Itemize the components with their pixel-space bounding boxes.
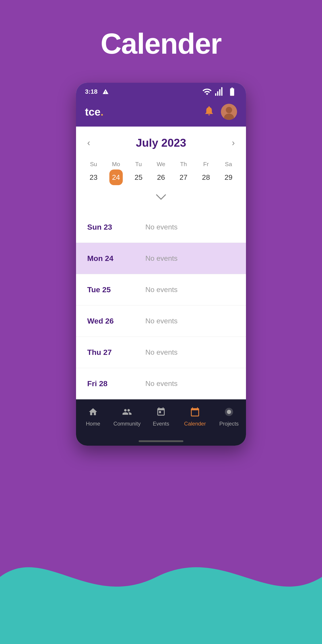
nav-item-events[interactable]: Events bbox=[144, 404, 178, 430]
notification-bell-icon[interactable] bbox=[204, 105, 215, 118]
status-icons bbox=[202, 87, 237, 96]
home-nav-icon bbox=[88, 407, 98, 419]
event-row[interactable]: Wed 26No events bbox=[76, 306, 246, 337]
chevron-down-icon bbox=[156, 194, 166, 200]
signal-icon bbox=[215, 87, 224, 96]
event-row[interactable]: Tue 25No events bbox=[76, 274, 246, 306]
prev-month-button[interactable]: ‹ bbox=[83, 136, 94, 150]
app-header: tce. bbox=[76, 99, 246, 126]
svg-rect-2 bbox=[219, 89, 220, 96]
home-indicator bbox=[76, 437, 246, 446]
day-cell-27[interactable]: Th27 bbox=[173, 159, 194, 187]
event-date: Sun 23 bbox=[87, 223, 145, 232]
nav-label-events: Events bbox=[153, 420, 169, 427]
svg-point-5 bbox=[226, 107, 232, 113]
month-nav: ‹ July 2023 › bbox=[83, 136, 239, 150]
status-bar: 3:18 bbox=[76, 83, 246, 99]
status-time: 3:18 bbox=[85, 88, 109, 95]
calendar-container: ‹ July 2023 › Su23Mo24Tu25We26Th27Fr28Sa… bbox=[76, 126, 246, 212]
app-logo: tce. bbox=[85, 106, 104, 118]
svg-rect-0 bbox=[215, 93, 216, 96]
day-cell-23[interactable]: Su23 bbox=[83, 159, 104, 187]
avatar[interactable] bbox=[221, 104, 237, 120]
nav-item-projects[interactable]: Projects bbox=[212, 404, 246, 430]
day-number: 26 bbox=[154, 170, 168, 185]
page-title: Calender bbox=[100, 27, 222, 60]
events-nav-icon bbox=[156, 407, 166, 419]
projects-nav-icon bbox=[224, 407, 234, 419]
event-row[interactable]: Fri 28No events bbox=[76, 368, 246, 399]
day-label: Su bbox=[90, 161, 97, 168]
day-number: 25 bbox=[132, 170, 145, 185]
svg-rect-1 bbox=[217, 91, 218, 96]
day-number: 28 bbox=[199, 170, 213, 185]
svg-rect-3 bbox=[221, 87, 222, 96]
phone-mockup: 3:18 tce bbox=[76, 83, 246, 446]
day-cell-24[interactable]: Mo24 bbox=[105, 159, 127, 187]
nav-label-community: Community bbox=[113, 420, 140, 427]
event-no-events-text: No events bbox=[145, 286, 178, 294]
calender-nav-icon bbox=[190, 407, 200, 419]
battery-icon bbox=[227, 87, 237, 96]
day-cell-26[interactable]: We26 bbox=[150, 159, 172, 187]
event-no-events-text: No events bbox=[145, 317, 178, 325]
day-cell-25[interactable]: Tu25 bbox=[128, 159, 149, 187]
bottom-nav: HomeCommunityEventsCalenderProjects bbox=[76, 399, 246, 437]
event-date: Mon 24 bbox=[87, 254, 145, 263]
warning-icon bbox=[102, 88, 109, 95]
wifi-icon bbox=[202, 87, 212, 96]
nav-label-calender: Calender bbox=[184, 420, 206, 427]
event-row[interactable]: Thu 27No events bbox=[76, 337, 246, 368]
event-no-events-text: No events bbox=[145, 348, 178, 356]
header-icons bbox=[204, 104, 237, 120]
event-row[interactable]: Sun 23No events bbox=[76, 212, 246, 243]
event-date: Tue 25 bbox=[87, 285, 145, 294]
event-no-events-text: No events bbox=[145, 254, 178, 262]
event-row[interactable]: Mon 24No events bbox=[76, 243, 246, 274]
day-number: 29 bbox=[222, 170, 235, 185]
month-title: July 2023 bbox=[136, 136, 186, 149]
day-cell-28[interactable]: Fr28 bbox=[195, 159, 217, 187]
home-bar bbox=[139, 440, 183, 442]
event-list: Sun 23No eventsMon 24No eventsTue 25No e… bbox=[76, 212, 246, 399]
logo-dot: . bbox=[100, 106, 103, 118]
day-label: Th bbox=[180, 161, 187, 168]
day-number: 24 bbox=[109, 170, 123, 185]
day-cell-29[interactable]: Sa29 bbox=[218, 159, 239, 187]
avatar-image bbox=[221, 104, 237, 120]
nav-item-calender[interactable]: Calender bbox=[178, 404, 212, 430]
nav-label-home: Home bbox=[86, 420, 100, 427]
next-month-button[interactable]: › bbox=[228, 136, 239, 150]
nav-item-home[interactable]: Home bbox=[76, 404, 110, 430]
day-label: Fr bbox=[203, 161, 209, 168]
day-label: We bbox=[157, 161, 166, 168]
nav-label-projects: Projects bbox=[219, 420, 239, 427]
day-label: Mo bbox=[112, 161, 120, 168]
community-nav-icon bbox=[122, 407, 132, 419]
day-number: 27 bbox=[177, 170, 190, 185]
day-label: Tu bbox=[135, 161, 142, 168]
event-date: Wed 26 bbox=[87, 317, 145, 325]
week-row: Su23Mo24Tu25We26Th27Fr28Sa29 bbox=[83, 159, 239, 187]
nav-item-community[interactable]: Community bbox=[110, 404, 144, 430]
event-date: Thu 27 bbox=[87, 348, 145, 357]
day-number: 23 bbox=[87, 170, 100, 185]
day-label: Sa bbox=[225, 161, 232, 168]
event-no-events-text: No events bbox=[145, 380, 178, 388]
event-date: Fri 28 bbox=[87, 379, 145, 388]
expand-calendar-button[interactable] bbox=[83, 187, 239, 205]
event-no-events-text: No events bbox=[145, 223, 178, 231]
